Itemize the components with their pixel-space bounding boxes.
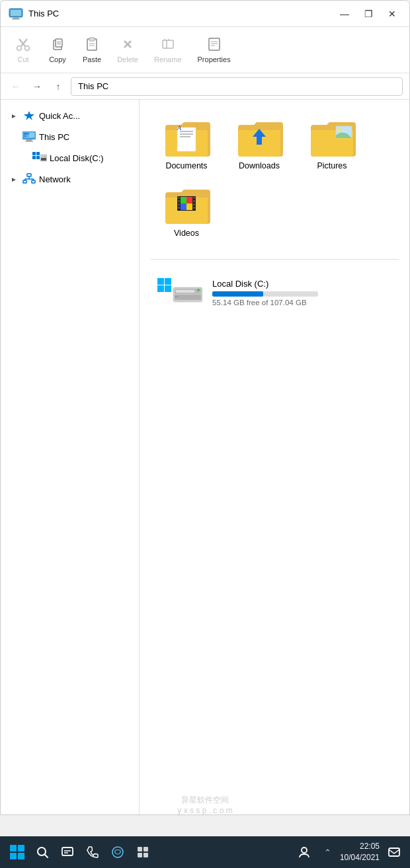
svg-rect-35 (24, 135, 26, 137)
window-title: This PC (28, 9, 335, 18)
downloads-folder[interactable]: Downloads (223, 110, 296, 178)
svg-rect-65 (193, 197, 195, 199)
svg-rect-73 (157, 278, 164, 285)
copy-label: Copy (49, 55, 66, 63)
rename-label: Rename (154, 55, 182, 63)
pictures-icon (308, 117, 356, 158)
taskbar: ⌃ 22:05 10/04/2021 (0, 836, 410, 868)
taskbar-user-icon[interactable] (292, 840, 316, 864)
svg-rect-61 (178, 197, 180, 199)
videos-folder[interactable]: Videos (150, 178, 223, 245)
toolbar: Cut Copy (1, 27, 409, 73)
pictures-folder[interactable]: Pictures (296, 110, 368, 178)
title-bar: This PC — ❐ ✕ (1, 1, 409, 27)
maximize-button[interactable]: ❐ (359, 5, 378, 23)
sidebar-item-quick-access[interactable]: ► Quick Ac... (1, 105, 139, 126)
tray-chevron-icon[interactable]: ⌃ (320, 844, 336, 860)
notification-button[interactable] (384, 842, 405, 863)
svg-rect-39 (32, 156, 36, 159)
documents-folder[interactable]: A Documents (150, 110, 223, 178)
expand-arrow-icon: ► (9, 112, 19, 120)
cut-button[interactable]: Cut (7, 34, 39, 66)
svg-rect-72 (181, 203, 186, 210)
minimize-button[interactable]: — (335, 5, 354, 23)
svg-rect-32 (25, 141, 33, 142)
svg-rect-68 (193, 207, 195, 209)
svg-rect-67 (193, 203, 195, 205)
this-pc-icon (22, 129, 36, 144)
main-panel: A Documents Download (140, 100, 409, 814)
start-button[interactable] (5, 840, 29, 864)
downloads-label: Downloads (239, 161, 280, 171)
cut-label: Cut (17, 55, 28, 63)
taskbar-phone-icon[interactable] (81, 840, 104, 864)
svg-point-93 (302, 848, 307, 853)
taskbar-clock[interactable]: 22:05 10/04/2021 (340, 841, 380, 863)
rename-icon (161, 37, 175, 54)
svg-rect-74 (165, 278, 171, 285)
svg-rect-20 (163, 40, 173, 48)
svg-rect-31 (26, 139, 32, 141)
paste-button[interactable]: Paste (76, 34, 108, 66)
folder-grid: A Documents Download (150, 110, 399, 246)
svg-rect-89 (138, 847, 142, 851)
drive-item-c[interactable]: Local Disk (C:) 55.14 GB free of 107.04 … (150, 270, 399, 315)
videos-label: Videos (174, 228, 199, 238)
address-path: This PC (78, 81, 108, 91)
drive-bar-background (212, 291, 318, 297)
forward-button[interactable]: → (28, 78, 46, 95)
pictures-label: Pictures (317, 161, 347, 171)
network-icon (22, 172, 36, 186)
up-button[interactable]: ↑ (50, 78, 67, 95)
svg-rect-85 (62, 848, 73, 855)
svg-rect-42 (41, 158, 46, 161)
svg-marker-28 (24, 111, 34, 120)
svg-rect-1 (11, 10, 21, 16)
svg-rect-33 (24, 133, 26, 135)
delete-button[interactable]: Delete (110, 34, 145, 66)
svg-rect-75 (157, 285, 164, 292)
close-button[interactable]: ✕ (383, 5, 401, 23)
cut-icon (16, 37, 30, 54)
svg-rect-66 (193, 200, 195, 202)
windows-logo-icon (10, 845, 24, 859)
properties-icon (207, 37, 222, 54)
sidebar-item-local-disk[interactable]: Local Disk(C:) (1, 147, 139, 168)
taskbar-search-icon[interactable] (30, 840, 54, 864)
svg-rect-63 (178, 203, 180, 205)
content-area: ► Quick Ac... (1, 100, 409, 814)
svg-text:A: A (177, 124, 182, 131)
properties-button[interactable]: Properties (191, 34, 237, 66)
sidebar: ► Quick Ac... (1, 100, 140, 814)
videos-icon (163, 184, 210, 225)
address-bar[interactable]: This PC (71, 77, 403, 96)
svg-rect-2 (13, 17, 19, 18)
taskbar-apps-icon[interactable] (131, 840, 155, 864)
clock-time: 22:05 (340, 841, 380, 852)
svg-rect-92 (144, 853, 148, 857)
system-tray: ⌃ (320, 844, 336, 860)
quick-access-icon (22, 108, 36, 123)
svg-point-88 (112, 847, 123, 857)
svg-point-7 (25, 46, 30, 50)
svg-rect-36 (26, 135, 29, 137)
svg-rect-94 (389, 848, 399, 856)
svg-rect-91 (138, 853, 142, 857)
sidebar-item-network[interactable]: ► Network (1, 168, 139, 190)
section-divider (150, 259, 399, 260)
taskbar-mail-icon[interactable] (106, 840, 130, 864)
svg-rect-81 (176, 290, 194, 293)
local-disk-label: Local Disk(C:) (50, 153, 104, 163)
rename-button[interactable]: Rename (147, 34, 188, 66)
properties-label: Properties (198, 55, 231, 63)
svg-rect-71 (186, 203, 192, 210)
sidebar-item-this-pc[interactable]: This PC (1, 126, 139, 147)
taskbar-chat-icon[interactable] (56, 840, 79, 864)
svg-rect-37 (32, 152, 36, 155)
drive-free-label: 55.14 GB free of 107.04 GB (212, 299, 392, 307)
back-button[interactable]: ← (7, 78, 24, 95)
nav-bar: ← → ↑ This PC (1, 73, 409, 100)
copy-button[interactable]: Copy (42, 34, 73, 66)
clock-date: 10/04/2021 (340, 852, 380, 863)
svg-rect-34 (26, 133, 29, 135)
